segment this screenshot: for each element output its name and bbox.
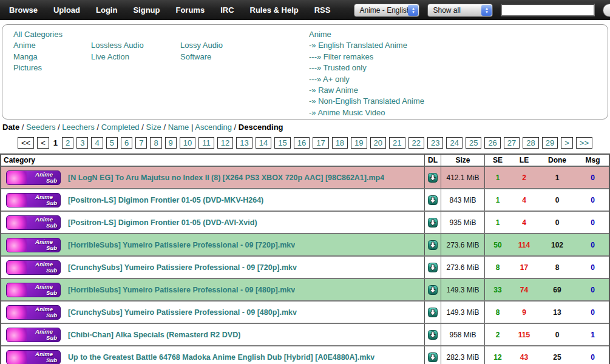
page-link[interactable]: 19 xyxy=(351,137,367,149)
sort-leechers[interactable]: Leechers xyxy=(62,123,94,132)
anime-sub-category-icon[interactable]: AnimeSub xyxy=(6,215,61,230)
page-link[interactable]: 12 xyxy=(217,137,233,149)
torrent-name-link[interactable]: [CrunchySubs] Yumeiro Patissiere Profess… xyxy=(68,263,297,272)
link-filter-remakes[interactable]: ---» Filter remakes xyxy=(309,52,373,61)
page-link[interactable]: 5 xyxy=(106,137,118,149)
link-trusted-only[interactable]: ---» Trusted only xyxy=(309,63,367,72)
page-link[interactable]: 13 xyxy=(236,137,252,149)
nav-rss[interactable]: RSS xyxy=(307,5,339,15)
page-link[interactable]: 6 xyxy=(121,137,132,149)
anime-sub-category-icon[interactable]: AnimeSub xyxy=(6,283,61,297)
nav-irc[interactable]: IRC xyxy=(212,5,242,15)
page-link[interactable]: 8 xyxy=(150,137,161,149)
download-icon[interactable] xyxy=(428,308,438,317)
download-icon[interactable] xyxy=(428,352,438,362)
done-cell: 69 xyxy=(538,279,577,300)
page-link[interactable]: 11 xyxy=(198,137,214,149)
nav-upload[interactable]: Upload xyxy=(46,5,88,15)
link-anime-music-video[interactable]: -» Anime Music Video xyxy=(309,108,385,117)
done-cell: 13 xyxy=(538,302,577,323)
page-link[interactable]: 20 xyxy=(370,137,386,149)
seeders-cell: 1 xyxy=(484,189,510,211)
torrent-name-link[interactable]: [HorribleSubs] Yumeiro Patissiere Profes… xyxy=(68,241,295,249)
download-icon[interactable] xyxy=(428,195,438,205)
select-stepper-icon: ▲▼ xyxy=(408,5,418,16)
page-last[interactable]: >> xyxy=(576,137,592,149)
page-link[interactable]: 29 xyxy=(542,137,558,149)
search-button[interactable]: Search xyxy=(603,4,610,17)
sort-ascending[interactable]: Ascending xyxy=(195,123,232,132)
link-a-plus-only[interactable]: ---» A+ only xyxy=(309,75,350,84)
torrent-name-link[interactable]: [CrunchySubs] Yumeiro Patissiere Profess… xyxy=(68,308,297,317)
torrent-name-link[interactable]: Up to the Greatest Battle 64768 Madoka A… xyxy=(68,353,374,362)
torrent-name-link[interactable]: [HorribleSubs] Yumeiro Patissiere Profes… xyxy=(68,286,295,294)
page-link[interactable]: 28 xyxy=(523,137,538,149)
link-raw-anime[interactable]: -» Raw Anime xyxy=(309,86,358,95)
page-prev[interactable]: < xyxy=(37,137,49,149)
link-anime-root[interactable]: Anime xyxy=(309,30,331,39)
download-icon[interactable] xyxy=(428,330,438,340)
nav-signup[interactable]: Signup xyxy=(125,5,168,15)
page-first[interactable]: << xyxy=(18,137,34,149)
download-icon[interactable] xyxy=(428,263,438,272)
anime-sub-category-icon[interactable]: AnimeSub xyxy=(6,238,61,252)
anime-sub-category-icon[interactable]: AnimeSub xyxy=(6,260,61,275)
sort-seeders[interactable]: Seeders xyxy=(26,123,55,132)
link-non-english[interactable]: -» Non-English Translated Anime xyxy=(309,96,424,106)
download-icon[interactable] xyxy=(428,218,438,228)
link-software[interactable]: Software xyxy=(180,52,211,61)
sort-completed[interactable]: Completed xyxy=(101,123,140,132)
page-link[interactable]: 7 xyxy=(135,137,147,149)
page-link[interactable]: 18 xyxy=(332,137,348,149)
sort-name[interactable]: Name xyxy=(168,123,189,132)
page-link[interactable]: 22 xyxy=(408,137,424,149)
download-icon[interactable] xyxy=(428,173,438,183)
page-link[interactable]: 25 xyxy=(466,137,481,149)
download-icon[interactable] xyxy=(428,240,438,250)
category-select[interactable]: Anime - English T ▲▼ xyxy=(354,4,419,17)
nav-browse[interactable]: Browse xyxy=(1,5,46,15)
page-link[interactable]: 27 xyxy=(504,137,520,149)
link-english-translated[interactable]: -» English Translated Anime xyxy=(309,41,407,50)
torrent-name-link[interactable]: [N LogN EG] To Aru Majutsu no Index II (… xyxy=(68,174,384,182)
nav-forums[interactable]: Forums xyxy=(168,5,212,15)
link-live-action[interactable]: Live Action xyxy=(91,52,129,61)
torrent-name-link[interactable]: [Chibi-Chan] Alka Specials (Remasterd R2… xyxy=(68,331,240,339)
page-link[interactable]: 24 xyxy=(446,137,462,149)
page-next[interactable]: > xyxy=(561,137,573,149)
link-anime[interactable]: Anime xyxy=(13,41,36,50)
page-link[interactable]: 17 xyxy=(313,137,328,149)
anime-sub-category-icon[interactable]: AnimeSub xyxy=(6,193,61,207)
link-all-categories[interactable]: All Categories xyxy=(13,30,63,39)
page-link[interactable]: 2 xyxy=(62,137,73,149)
link-lossy-audio[interactable]: Lossy Audio xyxy=(180,41,223,50)
page-link[interactable]: 4 xyxy=(91,137,103,149)
page-link[interactable]: 3 xyxy=(76,137,88,149)
nav-login[interactable]: Login xyxy=(88,5,125,15)
torrent-name-link[interactable]: [Positron-LS] Digimon Frontier 01-05 (DV… xyxy=(68,196,263,204)
page-link[interactable]: 21 xyxy=(389,137,405,149)
nav-rules-help[interactable]: Rules & Help xyxy=(242,5,307,15)
filter-select[interactable]: Show all ▲▼ xyxy=(427,4,493,17)
link-manga[interactable]: Manga xyxy=(13,52,38,61)
page-link[interactable]: 9 xyxy=(165,137,177,149)
link-lossless-audio[interactable]: Lossless Audio xyxy=(91,41,144,50)
anime-sub-category-icon[interactable]: AnimeSub xyxy=(6,305,61,320)
search-input[interactable] xyxy=(501,4,595,16)
sort-descending[interactable]: Descending xyxy=(239,123,283,132)
torrent-name-link[interactable]: [Positron-LS] Digimon Frontier 01-05 (DV… xyxy=(68,218,257,227)
anime-sub-category-icon[interactable]: AnimeSub xyxy=(6,350,61,364)
page-link[interactable]: 26 xyxy=(484,137,500,149)
anime-sub-category-icon[interactable]: AnimeSub xyxy=(6,328,61,342)
link-pictures[interactable]: Pictures xyxy=(13,63,42,72)
page-link[interactable]: 15 xyxy=(274,137,290,149)
page-link[interactable]: 10 xyxy=(180,137,195,149)
page-link[interactable]: 16 xyxy=(294,137,310,149)
page-link[interactable]: 14 xyxy=(256,137,271,149)
page-link[interactable]: 23 xyxy=(427,137,443,149)
anime-sub-category-icon[interactable]: AnimeSub xyxy=(6,170,61,185)
leechers-cell: 115 xyxy=(510,324,538,345)
sort-date[interactable]: Date xyxy=(2,123,19,132)
sort-size[interactable]: Size xyxy=(146,123,161,132)
download-icon[interactable] xyxy=(428,285,438,295)
